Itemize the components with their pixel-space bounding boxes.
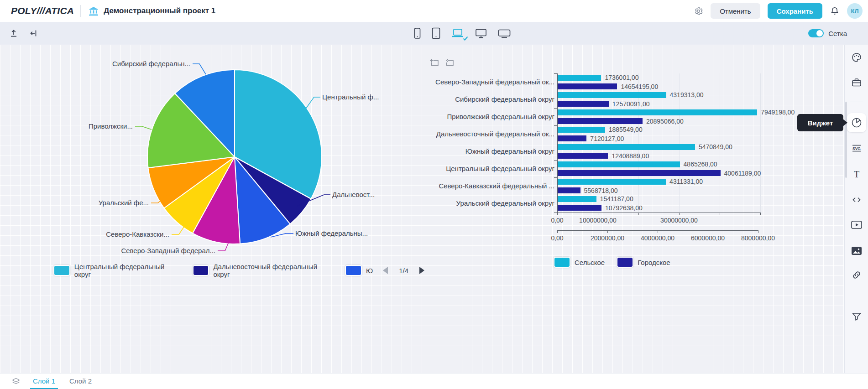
rural-axis-tick [708, 230, 708, 233]
bar-value-label: 4311331,00 [669, 178, 703, 185]
save-button[interactable]: Сохранить [768, 3, 822, 19]
category-label: Северо-Западный федеральный ок... [427, 78, 554, 87]
upload-icon[interactable] [9, 29, 18, 38]
device-tablet-button[interactable] [431, 26, 441, 40]
bar-city[interactable] [558, 118, 643, 124]
bar-rural[interactable] [558, 161, 680, 167]
toggle-knob [816, 30, 823, 36]
pie-chart-widget[interactable]: Центральный ф...Дальневост...Южный федер… [5, 46, 424, 319]
briefcase-icon[interactable] [847, 73, 866, 92]
gear-icon[interactable] [694, 6, 703, 16]
svg-icon[interactable]: SVG [847, 139, 866, 158]
bar-city[interactable] [558, 187, 580, 193]
bar-rural[interactable] [558, 196, 596, 202]
bank-icon [88, 5, 99, 16]
bar-rural[interactable] [558, 179, 666, 185]
layers-icon[interactable] [12, 378, 20, 385]
selected-check-icon [463, 36, 468, 41]
link-icon[interactable] [847, 265, 866, 285]
legend-page-indicator: 1/4 [399, 267, 408, 275]
text-icon[interactable]: T [847, 165, 866, 184]
collapse-left-icon[interactable] [29, 29, 38, 38]
bar-rural[interactable] [558, 109, 757, 115]
bell-icon[interactable] [830, 6, 840, 16]
legend-next-button[interactable] [419, 267, 424, 274]
grid-toggle[interactable] [808, 29, 824, 37]
bar-rural[interactable] [558, 75, 601, 81]
bar-city[interactable] [558, 101, 609, 107]
cancel-button[interactable]: Отменить [711, 3, 760, 19]
bar-value-label: 1736001,00 [605, 74, 638, 81]
bar-city[interactable] [558, 170, 721, 176]
palette-icon[interactable] [847, 48, 866, 67]
bar-value-label: 7120127,00 [590, 135, 624, 142]
bar-value-label: 5470849,00 [699, 143, 732, 150]
bar-city[interactable] [558, 83, 617, 89]
legend-swatch [193, 265, 209, 276]
city-axis-tick [679, 213, 680, 215]
bar-value-label: 4319313,00 [670, 91, 704, 99]
filter-icon[interactable] [847, 307, 866, 326]
pie-label-leader [135, 126, 152, 130]
category-label: Дальневосточный федеральный ок... [427, 130, 554, 139]
bar-rural[interactable] [558, 127, 605, 133]
rural-axis-tick [557, 230, 558, 233]
legend-item[interactable]: Центральный федеральный округ [53, 263, 183, 278]
image-icon[interactable] [847, 241, 866, 260]
sidebar-scrollbar[interactable] [845, 102, 847, 178]
header-divider [80, 5, 81, 17]
pie-slice-label: Южный федеральны... [295, 229, 368, 237]
bar-rural[interactable] [558, 144, 695, 150]
legend-label: Городское [638, 259, 670, 266]
bar-value-label: 1541187,00 [600, 195, 633, 202]
legend-item[interactable]: Городское [617, 257, 670, 268]
bar-city[interactable] [558, 135, 586, 141]
category-axis-tick [554, 177, 557, 178]
category-axis-tick [554, 160, 557, 161]
legend-item[interactable]: Ю [345, 265, 373, 276]
pie-slice-label: Приволжски... [89, 122, 133, 130]
category-label: Южный федеральный округ [427, 147, 554, 156]
tab-layer-1[interactable]: Слой 1 [30, 373, 58, 389]
device-phone-button[interactable] [413, 26, 422, 40]
device-desktop-button[interactable] [474, 27, 488, 40]
legend-swatch [345, 265, 362, 276]
category-label: Центральный федеральный округ [427, 164, 554, 173]
avatar[interactable]: КЛ [847, 3, 863, 19]
legend-item[interactable]: Сельское [554, 257, 605, 268]
grid-toggle-label: Сетка [828, 30, 847, 37]
rural-axis-tick-label: 0,00 [551, 234, 563, 242]
legend-label: Дальневосточный федеральный округ [213, 263, 335, 278]
pie-slice-label: Уральский фе... [99, 199, 149, 207]
media-icon[interactable] [847, 215, 866, 234]
canvas-toolbar: Сетка [0, 22, 868, 45]
code-icon[interactable] [847, 190, 866, 209]
layers-bar: Слой 1 Слой 2 [0, 373, 868, 389]
bar-rural[interactable] [558, 92, 666, 98]
pie-slice-label: Центральный ф... [322, 93, 379, 101]
legend-prev-button[interactable] [383, 267, 388, 274]
rural-axis-tick-label: 2000000,00 [591, 234, 624, 242]
tab-layer-2[interactable]: Слой 2 [67, 373, 94, 389]
rural-axis-tick [607, 230, 608, 233]
bar-value-label: 4865268,00 [684, 161, 717, 168]
pie-legend: Центральный федеральный округДальневосто… [53, 263, 424, 278]
bar-city[interactable] [558, 153, 608, 159]
legend-item[interactable]: Дальневосточный федеральный округ [193, 263, 335, 278]
dashboard-canvas[interactable]: Центральный ф...Дальневост...Южный федер… [0, 45, 844, 373]
svg-text:SVG: SVG [852, 146, 861, 151]
bar-city[interactable] [558, 205, 601, 211]
city-axis-tick [638, 213, 639, 215]
device-tv-button[interactable] [497, 28, 512, 39]
bar-value-label: 12570091,00 [612, 100, 650, 108]
city-axis-tick [760, 213, 761, 215]
device-laptop-button[interactable] [450, 27, 465, 39]
bar-chart-widget[interactable]: Северо-Западный федеральный ок...1736001… [427, 48, 844, 322]
category-label: Приволжский федеральный округ [427, 112, 554, 121]
widget-pie-icon[interactable] [847, 113, 866, 132]
city-axis-tick [598, 213, 598, 215]
bar-value-label: 1885549,00 [609, 126, 643, 133]
city-axis-tick [557, 213, 558, 215]
bar-value-label: 5568718,00 [584, 187, 618, 194]
city-axis-tick-label: 10000000,00 [579, 217, 617, 224]
